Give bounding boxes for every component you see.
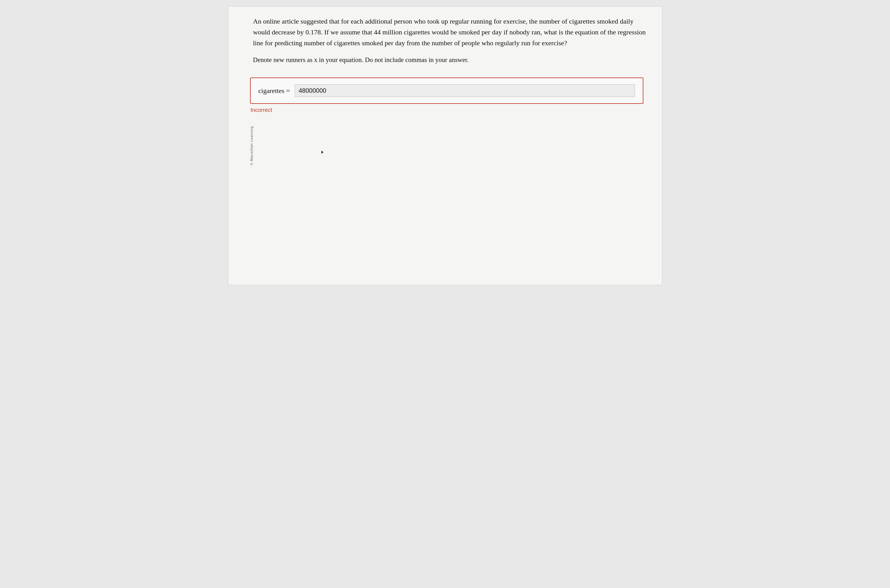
answer-box: cigarettes = — [250, 78, 643, 104]
question-main-text: An online article suggested that for eac… — [253, 16, 646, 49]
page-container: © Macmillan Learning An online article s… — [228, 6, 662, 285]
equation-label: cigarettes = — [259, 87, 290, 95]
cursor-icon — [322, 151, 323, 154]
cursor-area — [247, 114, 646, 237]
incorrect-label: Incorrect — [251, 107, 646, 114]
answer-input[interactable] — [295, 84, 635, 97]
instruction-text: Denote new runners as x in your equation… — [253, 55, 646, 65]
